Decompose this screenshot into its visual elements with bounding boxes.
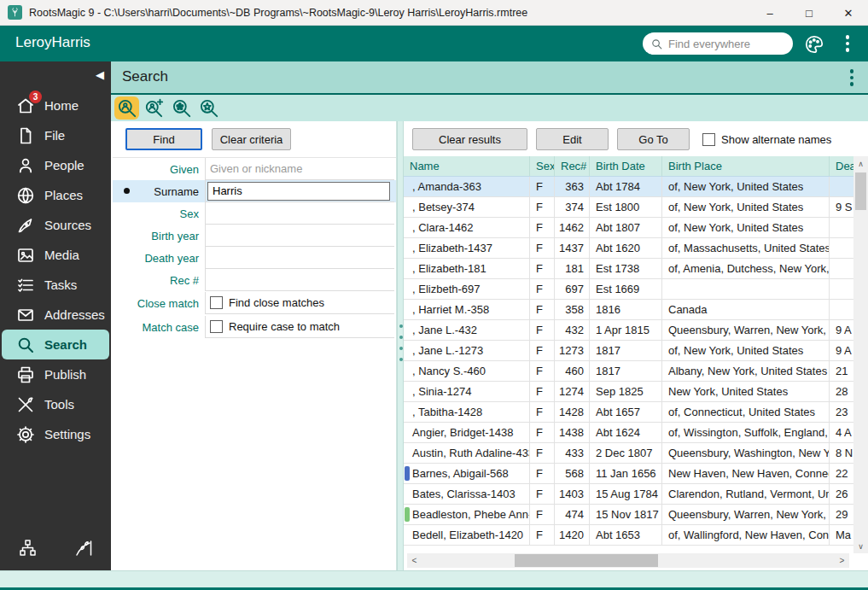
sidebar-item-places[interactable]: Places	[2, 180, 109, 210]
given-field-row[interactable]: Given	[113, 158, 396, 180]
vertical-scrollbar[interactable]: ∧ ∨	[853, 156, 868, 553]
show-alternate-names-checkbox[interactable]	[702, 133, 715, 146]
column-header-birth-date[interactable]: Birth Date	[590, 156, 662, 176]
sex-field-row[interactable]: Sex	[113, 202, 396, 225]
death-year-field-row[interactable]: Death year	[113, 247, 396, 269]
table-row[interactable]: , Elizbeth-697 F 697 Est 1669	[404, 279, 853, 300]
record-search-tool-icon[interactable]	[169, 96, 194, 120]
sidebar-item-people[interactable]: People	[2, 150, 109, 180]
death-year-input[interactable]	[206, 248, 394, 268]
sidebar-item-file[interactable]: File	[2, 120, 109, 150]
given-input[interactable]	[206, 159, 394, 179]
scroll-down-arrow-icon[interactable]: ∨	[853, 539, 868, 553]
surname-input[interactable]	[207, 182, 390, 201]
table-row[interactable]: Bedell, Elizabeth-1420 F 1420 Abt 1653 o…	[404, 525, 853, 546]
file-icon	[15, 126, 36, 146]
sidebar: ◀ 3 Home File People	[0, 61, 111, 570]
table-row[interactable]: , Nancy S.-460 F 460 1817 Albany, New Yo…	[404, 361, 853, 382]
color-palette-icon[interactable]	[803, 33, 827, 55]
database-name: LeroyHarris	[15, 34, 90, 51]
sidebar-item-addresses[interactable]: Addresses	[2, 300, 109, 330]
find-everywhere-input[interactable]	[668, 38, 779, 50]
edit-button[interactable]: Edit	[536, 128, 609, 150]
table-row[interactable]: , Clara-1462 F 1462 Abt 1807 of, New Yor…	[404, 218, 853, 238]
column-header-name[interactable]: Name	[404, 156, 530, 176]
table-row[interactable]: , Sinia-1274 F 1274 Sep 1825 New York, U…	[404, 382, 853, 402]
checklist-icon	[15, 275, 36, 295]
vertical-scroll-thumb[interactable]	[855, 172, 866, 210]
horizontal-scrollbar[interactable]: < >	[407, 553, 849, 568]
table-row[interactable]: , Jane L.-432 F 432 1 Apr 1815 Queensbur…	[404, 320, 853, 341]
envelope-icon	[15, 305, 36, 325]
scroll-up-arrow-icon[interactable]: ∧	[853, 156, 868, 171]
person-search-tool-icon[interactable]	[114, 96, 139, 120]
results-table-header: Name Sex Rec# Birth Date Birth Place Dea	[404, 156, 853, 177]
match-case-checkbox[interactable]	[210, 320, 223, 333]
close-button[interactable]: ✕	[829, 0, 868, 26]
maximize-button[interactable]: □	[789, 0, 829, 26]
table-row[interactable]: Bates, Clarissa-1403 F 1403 15 Aug 1784 …	[404, 484, 853, 505]
clear-criteria-button[interactable]: Clear criteria	[212, 128, 291, 150]
person-icon	[15, 155, 36, 176]
search-results-panel: Clear results Edit Go To Show alternate …	[404, 121, 868, 570]
table-row[interactable]: Austin, Ruth Adaline-433 F 433 2 Dec 180…	[404, 443, 853, 464]
scroll-left-arrow-icon[interactable]: <	[407, 556, 422, 565]
minimize-button[interactable]: –	[750, 0, 789, 26]
column-header-birth-place[interactable]: Birth Place	[662, 156, 830, 176]
horizontal-scroll-thumb[interactable]	[515, 554, 658, 567]
color-code-marker	[405, 466, 410, 481]
rec-number-field-row[interactable]: Rec #	[113, 269, 396, 291]
sidebar-item-home[interactable]: 3 Home	[2, 91, 109, 120]
app-header: LeroyHarris	[0, 26, 868, 61]
search-criteria-panel: Find Clear criteria Given Surname Sex Bi…	[113, 121, 397, 570]
table-row[interactable]: , Jane L.-1273 F 1273 1817 of, New York,…	[404, 341, 853, 361]
surname-field-row[interactable]: Surname	[113, 180, 396, 202]
table-row[interactable]: Beadleston, Phebe Ann-474 F 474 15 Nov 1…	[404, 505, 853, 525]
window-title: RootsMagic 9 - C:\Users\harri\Documents\…	[29, 7, 527, 19]
table-row[interactable]: , Elizabeth-181 F 181 Est 1738 of, Ameni…	[404, 259, 853, 279]
page-title: Search	[122, 68, 168, 85]
page-menu-kebab-icon[interactable]	[846, 67, 858, 89]
tree-chart-icon[interactable]	[17, 538, 38, 562]
table-row[interactable]: , Elizabeth-1437 F 1437 Abt 1620 of, Mas…	[404, 238, 853, 259]
tools-icon	[15, 394, 36, 415]
sidebar-item-settings[interactable]: Settings	[2, 419, 109, 449]
sidebar-item-search[interactable]: Search	[2, 330, 109, 359]
table-row[interactable]: Angier, Bridget-1438 F 1438 Abt 1624 of,…	[404, 423, 853, 443]
table-row[interactable]: Barnes, Abigail-568 F 568 11 Jan 1656 Ne…	[404, 464, 853, 484]
column-header-rec[interactable]: Rec#	[555, 156, 590, 176]
find-everywhere-box[interactable]	[643, 32, 793, 55]
saved-search-tool-icon[interactable]	[196, 96, 221, 120]
column-header-death[interactable]: Dea	[830, 156, 853, 176]
status-bar	[0, 570, 868, 590]
birth-year-field-row[interactable]: Birth year	[113, 225, 396, 247]
column-header-sex[interactable]: Sex	[530, 156, 555, 176]
sidebar-item-publish[interactable]: Publish	[2, 359, 109, 389]
scroll-right-arrow-icon[interactable]: >	[835, 556, 849, 565]
sidebar-item-media[interactable]: Media	[2, 240, 109, 270]
panel-splitter[interactable]	[397, 121, 404, 570]
rec-number-input[interactable]	[206, 270, 394, 290]
sex-input[interactable]	[206, 203, 394, 224]
close-match-checkbox[interactable]	[210, 296, 223, 309]
rootsmagic-window: RootsMagic 9 - C:\Users\harri\Documents\…	[0, 0, 868, 590]
sidebar-item-tools[interactable]: Tools	[2, 389, 109, 419]
table-row[interactable]: , Betsey-374 F 374 Est 1800 of, New York…	[404, 197, 853, 218]
results-rows: , Amanda-363 F 363 Abt 1784 of, New York…	[404, 177, 853, 546]
app-menu-kebab-icon[interactable]	[842, 32, 853, 55]
birth-year-input[interactable]	[206, 225, 394, 246]
find-button[interactable]: Find	[125, 128, 202, 150]
content-area: Find Clear criteria Given Surname Sex Bi…	[111, 121, 868, 570]
image-icon	[15, 245, 36, 266]
search-icon	[15, 335, 36, 355]
person-search-add-tool-icon[interactable]	[142, 96, 166, 120]
table-row[interactable]: , Amanda-363 F 363 Abt 1784 of, New York…	[404, 177, 853, 197]
table-row[interactable]: , Harriet M.-358 F 358 1816 Canada	[404, 300, 853, 320]
sidebar-collapse-arrow-icon[interactable]: ◀	[96, 68, 104, 81]
treeshare-exit-icon[interactable]	[73, 538, 94, 562]
sidebar-item-sources[interactable]: Sources	[2, 210, 109, 240]
clear-results-button[interactable]: Clear results	[412, 128, 527, 150]
sidebar-item-tasks[interactable]: Tasks	[2, 270, 109, 300]
table-row[interactable]: , Tabitha-1428 F 1428 Abt 1657 of, Conne…	[404, 402, 853, 423]
go-to-button[interactable]: Go To	[617, 128, 690, 150]
